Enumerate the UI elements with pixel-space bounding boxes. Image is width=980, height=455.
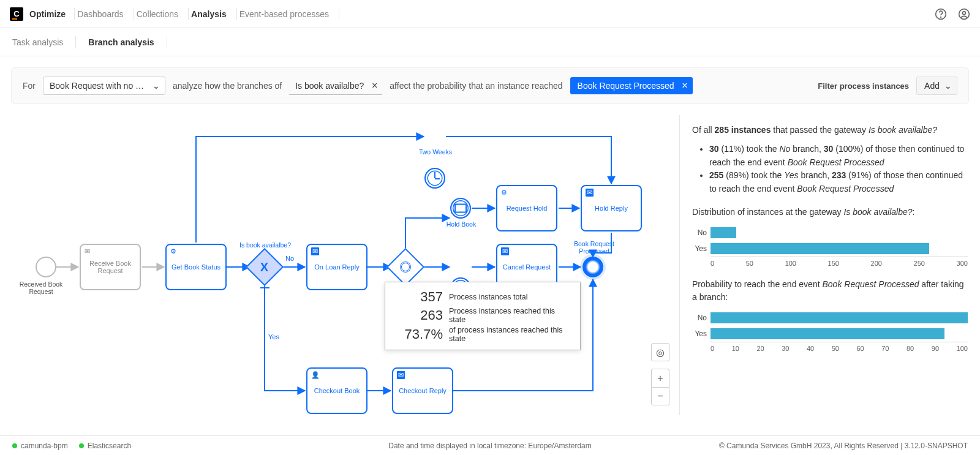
clear-end-icon[interactable]: × (682, 80, 687, 91)
branch-no-label: No (285, 255, 294, 262)
chevron-down-icon: ⌄ (944, 81, 952, 91)
chart-bar (710, 227, 736, 238)
gateway-label: Is book availalbe? (238, 241, 293, 249)
send-icon: ✉ (586, 189, 594, 197)
task-checkout-reply[interactable]: ✉ Checkout Reply (392, 367, 453, 414)
end-event[interactable] (582, 257, 603, 277)
message-icon: ✉ (85, 247, 90, 255)
timezone-text: Date and time displayed in local timezon… (388, 442, 592, 450)
tooltip-total-num: 357 (394, 289, 443, 305)
tab-branch-analysis[interactable]: Branch analysis (88, 37, 154, 47)
filter-label: Filter process instances (818, 81, 909, 91)
chart-bar (710, 243, 929, 254)
nav-dashboards[interactable]: Dashboards (77, 9, 124, 19)
bpmn-canvas[interactable]: Received Book Request ✉ Receive Book Req… (0, 115, 680, 415)
branch-summary-yes: 255 (89%) took the Yes branch, 233 (91%)… (709, 169, 968, 195)
chevron-down-icon: ⌄ (153, 81, 160, 91)
chart-tick: 50 (746, 260, 753, 267)
chart-bar (710, 328, 944, 339)
chart-tick: 60 (856, 345, 864, 352)
for-label: For (23, 81, 36, 91)
process-select-value: Book Request with no bus… (50, 81, 158, 91)
send-icon: ✉ (501, 247, 509, 255)
canvas-controls: ◎ + − (651, 339, 669, 405)
send-icon: ✉ (397, 371, 405, 379)
event-hold-book[interactable] (450, 198, 471, 219)
user-icon[interactable] (958, 8, 970, 20)
chart-tick: 20 (756, 345, 764, 352)
control-bar: For Book Request with no bus… ⌄ analyze … (11, 67, 969, 104)
chart-tick: 0 (710, 345, 714, 352)
task-hold-reply[interactable]: ✉ Hold Reply (581, 185, 642, 231)
chart-tick: 200 (871, 260, 882, 267)
tooltip-pct-text: of process instances reached this state (449, 326, 571, 343)
node-tooltip: 357Process instances total 263Process in… (385, 282, 581, 350)
zoom-in-button[interactable]: + (651, 369, 669, 387)
end-event-chip[interactable]: Book Request Processed × (570, 77, 693, 94)
nav-analysis[interactable]: Analysis (191, 9, 227, 19)
distribution-chart: NoYes050100150200250300 (692, 225, 968, 267)
task-request-hold[interactable]: ⚙ Request Hold (496, 185, 557, 231)
start-event[interactable] (36, 257, 56, 277)
intro-text: Of all 285 instances that passed the gat… (692, 124, 968, 137)
chart-tick: 250 (914, 260, 925, 267)
chart-tick: 10 (732, 345, 739, 352)
tooltip-reached-num: 263 (394, 307, 443, 323)
send-icon: ✉ (311, 247, 319, 255)
add-filter-label: Add (924, 81, 940, 91)
status-engine: camunda-bpm (12, 442, 68, 450)
clear-gateway-icon[interactable]: × (372, 80, 377, 91)
nav-collections[interactable]: Collections (137, 9, 178, 19)
chart-tick: 50 (832, 345, 839, 352)
chart-tick: 0 (710, 260, 714, 267)
chart2-heading: Probability to reach the end event Book … (692, 278, 968, 304)
chart-tick: 70 (881, 345, 889, 352)
text-affect: affect the probability that an instance … (390, 81, 562, 91)
chart-tick: 100 (957, 345, 968, 352)
status-bar: camunda-bpm Elasticsearch Date and time … (0, 435, 980, 455)
gateway-select[interactable]: Is book availalbe? × (289, 77, 382, 95)
probability-chart: NoYes0102030405060708090100 (692, 310, 968, 352)
chart-tick: 30 (782, 345, 789, 352)
task-get-book-status[interactable]: ⚙ Get Book Status (165, 244, 227, 290)
chart-tick: 40 (807, 345, 814, 352)
status-elastic: Elasticsearch (79, 442, 131, 450)
app-logo[interactable]: C (10, 7, 23, 21)
chart-category-label: Yes (692, 244, 710, 253)
svg-point-3 (963, 11, 966, 14)
app-title: Optimize (29, 9, 66, 19)
tooltip-total-text: Process instances total (449, 293, 528, 301)
gear-icon: ⚙ (501, 189, 507, 197)
status-dot-icon (12, 443, 17, 448)
tab-task-analysis[interactable]: Task analysis (12, 37, 63, 47)
status-dot-icon (79, 443, 84, 448)
nav-event-processes[interactable]: Event-based processes (239, 9, 329, 19)
chart-tick: 90 (932, 345, 939, 352)
branch-yes-label: Yes (268, 333, 279, 340)
tooltip-pct-num: 73.7% (394, 326, 443, 342)
user-icon: 👤 (311, 371, 320, 379)
end-event-label: Book Request Processed (565, 240, 624, 255)
event-timer[interactable] (424, 168, 445, 189)
task-receive-book[interactable]: ✉ Receive Book Request (80, 244, 141, 290)
chart-category-label: No (692, 314, 710, 322)
zoom-out-button[interactable]: − (651, 387, 669, 405)
gear-icon: ⚙ (170, 247, 176, 255)
recenter-button[interactable]: ◎ (651, 343, 669, 361)
add-filter-button[interactable]: Add ⌄ (916, 77, 957, 95)
chart-tick: 300 (957, 260, 968, 267)
text-analyze: analyze how the branches of (173, 81, 282, 91)
analysis-panel: Of all 285 instances that passed the gat… (680, 115, 980, 415)
top-header: C Optimize Dashboards Collections Analys… (0, 0, 980, 28)
chart-tick: 100 (785, 260, 796, 267)
tooltip-reached-text: Process instances reached this state (449, 307, 571, 324)
chart-bar (710, 312, 968, 323)
start-event-label: Received Book Request (13, 280, 69, 295)
branch-summary-no: 30 (11%) took the No branch, 30 (100%) o… (709, 143, 968, 169)
chart-tick: 80 (907, 345, 914, 352)
help-icon[interactable] (935, 8, 947, 20)
task-on-loan-reply[interactable]: ✉ On Loan Reply (306, 244, 368, 290)
chart-category-label: No (692, 228, 710, 237)
task-checkout-book[interactable]: 👤 Checkout Book (306, 367, 368, 414)
process-select[interactable]: Book Request with no bus… ⌄ (43, 77, 165, 95)
